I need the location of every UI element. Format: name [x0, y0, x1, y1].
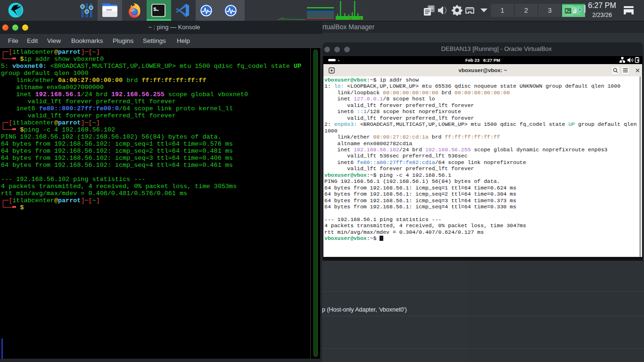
- svg-text:$: $: [153, 6, 157, 12]
